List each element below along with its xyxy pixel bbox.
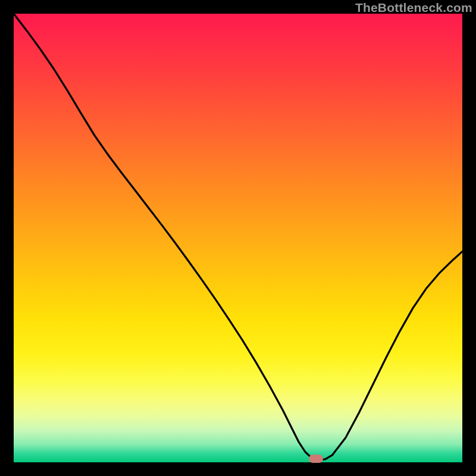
bottleneck-curve — [14, 14, 462, 462]
chart-frame: TheBottleneck.com — [0, 0, 476, 476]
watermark-text: TheBottleneck.com — [355, 1, 472, 15]
optimum-marker — [309, 455, 323, 463]
curve-path — [14, 14, 462, 460]
